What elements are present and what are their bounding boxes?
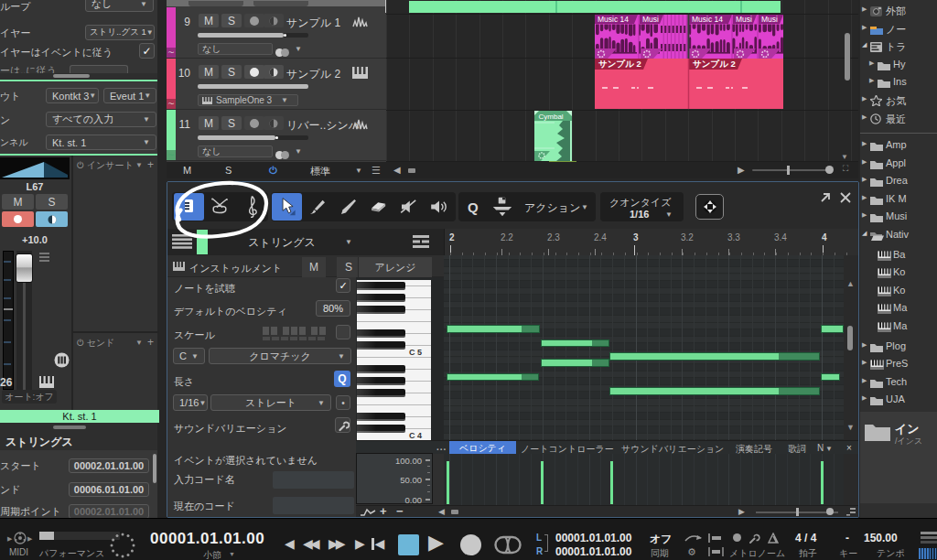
svg-text:サンプル 2: サンプル 2 xyxy=(693,59,736,69)
svg-text:サンプル 2: サンプル 2 xyxy=(598,59,641,69)
svg-text:Musi: Musi xyxy=(642,15,659,24)
svg-text:Music 14: Music 14 xyxy=(598,15,629,24)
svg-text:Cymbal: Cymbal xyxy=(539,113,564,121)
svg-text:Musi: Musi xyxy=(736,15,752,24)
svg-text:Music 14: Music 14 xyxy=(692,15,723,24)
svg-text:Musi: Musi xyxy=(761,15,778,24)
